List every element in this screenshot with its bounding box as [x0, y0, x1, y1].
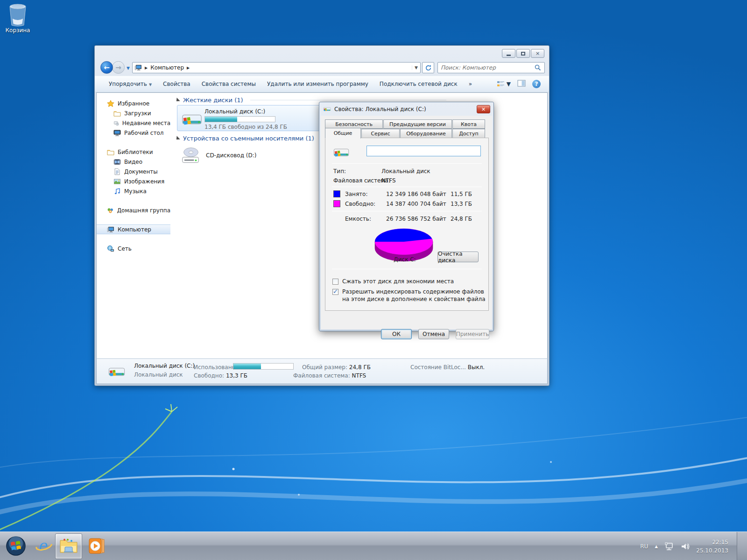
windows-explorer-button[interactable] — [57, 535, 80, 557]
tab-previous-versions[interactable]: Предыдущие версии — [383, 119, 452, 129]
maximize-button[interactable] — [516, 49, 530, 58]
index-row[interactable]: Разрешить индексировать содержимое файло… — [332, 288, 488, 303]
sidebar-item-network[interactable]: Сеть — [97, 244, 170, 253]
dialog-body: Безопасность Предыдущие версии Квота Общ… — [321, 116, 492, 329]
sidebar-label: Библиотеки — [118, 149, 153, 155]
disk-cleanup-button[interactable]: Очистка диска — [437, 252, 479, 262]
change-view-button[interactable]: ▼ — [497, 80, 511, 88]
refresh-icon — [425, 64, 432, 71]
sidebar-item-libraries[interactable]: Библиотеки — [97, 147, 170, 157]
minimize-button[interactable] — [502, 49, 515, 58]
collapse-triangle-icon[interactable] — [175, 136, 180, 141]
search-icon[interactable] — [534, 64, 542, 71]
sidebar-item-favorites[interactable]: Избранное — [97, 98, 170, 108]
tab-sharing[interactable]: Доступ — [452, 129, 485, 138]
history-dropdown-icon[interactable]: ▼ — [127, 66, 130, 70]
forward-button[interactable]: → — [112, 61, 125, 74]
search-box[interactable] — [437, 62, 545, 73]
media-player-button[interactable] — [86, 535, 108, 557]
organize-menu[interactable]: Упорядочить▼ — [103, 78, 157, 90]
music-note-icon — [113, 188, 121, 195]
uninstall-program-command[interactable]: Удалить или изменить программу — [261, 78, 374, 90]
ok-button[interactable]: ОК — [381, 329, 412, 339]
details-usage-fill — [233, 364, 261, 369]
cd-drive-item[interactable]: CD-дисковод (D:) — [177, 143, 298, 168]
clock[interactable]: 22:15 25.10.2013 — [696, 538, 728, 555]
refresh-button[interactable] — [422, 62, 434, 73]
tab-hardware[interactable]: Оборудование — [400, 129, 452, 138]
sidebar-item-downloads[interactable]: Загрузки — [97, 108, 170, 118]
sidebar-item-homegroup[interactable]: Домашняя группа — [97, 205, 170, 215]
video-icon — [113, 158, 121, 166]
breadcrumb-arrow-icon: ▶ — [145, 66, 148, 70]
used-size: 11,5 ГБ — [451, 191, 472, 197]
compress-checkbox[interactable] — [332, 279, 338, 285]
volume-tray-icon[interactable] — [680, 542, 690, 551]
sidebar-item-documents[interactable]: Документы — [97, 167, 170, 176]
properties-command[interactable]: Свойства — [157, 78, 196, 90]
recycle-bin[interactable]: Корзина — [4, 3, 32, 34]
show-hidden-icons-button[interactable]: ▲ — [655, 544, 658, 549]
sidebar-item-music[interactable]: Музыка — [97, 186, 170, 196]
breadcrumb-computer[interactable]: Компьютер — [150, 64, 184, 71]
free-legend-swatch — [333, 200, 340, 207]
tab-tools[interactable]: Сервис — [361, 129, 400, 138]
explorer-titlebar[interactable]: × — [95, 46, 549, 60]
address-dropdown-icon[interactable]: ▼ — [412, 65, 420, 70]
free-bytes: 14 387 400 704 байт — [386, 201, 446, 207]
language-indicator[interactable]: RU — [640, 543, 648, 550]
sidebar-item-computer[interactable]: Компьютер — [97, 224, 170, 234]
volume-label-input[interactable] — [366, 146, 481, 156]
star-icon — [107, 100, 114, 107]
sidebar-item-video[interactable]: Видео — [97, 157, 170, 167]
dialog-titlebar[interactable]: Свойства: Локальный диск (C:) — [323, 105, 426, 112]
sidebar-item-recent-places[interactable]: Недавние места — [97, 118, 170, 128]
compress-row[interactable]: Сжать этот диск для экономии места — [332, 278, 488, 286]
navigation-pane: Избранное Загрузки Недавние места Рабочи… — [97, 93, 170, 358]
drive-name: Локальный диск (C:) — [204, 108, 265, 115]
details-free: Свободно: 13,3 ГБ — [194, 372, 247, 379]
apply-button[interactable]: Применить — [456, 329, 489, 339]
tab-general[interactable]: Общие — [325, 128, 361, 139]
breadcrumb-arrow-icon[interactable]: ▶ — [187, 66, 190, 70]
used-legend-swatch — [333, 190, 340, 197]
drive-c-item[interactable]: Локальный диск (C:) 13,4 ГБ свободно из … — [177, 105, 333, 131]
close-button[interactable]: × — [531, 49, 544, 58]
sidebar-item-desktop[interactable]: Рабочий стол — [97, 128, 170, 138]
sidebar-label: Музыка — [124, 188, 147, 195]
start-button[interactable] — [5, 535, 27, 557]
windows-start-orb-icon — [6, 536, 26, 556]
address-bar[interactable]: ▶ Компьютер ▶ ▼ — [132, 62, 421, 73]
homegroup-icon — [107, 207, 114, 214]
drive-usage-fill — [205, 117, 237, 122]
capacity-label: Емкость: — [345, 216, 371, 222]
collapse-triangle-icon[interactable] — [175, 98, 180, 103]
back-button[interactable]: ← — [100, 61, 113, 74]
taskbar: e RU ▲ — [0, 532, 747, 560]
sidebar-item-pictures[interactable]: Изображения — [97, 176, 170, 186]
help-button[interactable]: ? — [532, 80, 541, 88]
network-icon — [107, 245, 114, 252]
details-name: Локальный диск (C:) — [134, 363, 195, 369]
preview-pane-button[interactable] — [517, 80, 526, 88]
preview-pane-icon — [517, 80, 526, 87]
tab-quota[interactable]: Квота — [452, 119, 485, 129]
network-tray-icon[interactable] — [664, 542, 674, 551]
more-commands-chevron[interactable]: » — [463, 78, 478, 90]
cancel-button[interactable]: Отмена — [418, 329, 449, 339]
map-network-drive-command[interactable]: Подключить сетевой диск — [374, 78, 463, 90]
free-label: Свободно: — [345, 201, 375, 207]
type-label: Тип: — [333, 168, 346, 175]
system-properties-command[interactable]: Свойства системы — [196, 78, 261, 90]
pictures-icon — [113, 178, 121, 185]
command-toolbar: Упорядочить▼ Свойства Свойства системы У… — [95, 76, 549, 92]
free-size: 13,3 ГБ — [451, 201, 472, 207]
dialog-close-button[interactable]: ✕ — [477, 105, 490, 113]
internet-explorer-button[interactable]: e — [33, 535, 55, 557]
search-input[interactable] — [438, 64, 534, 71]
index-checkbox[interactable] — [332, 289, 338, 295]
show-desktop-button[interactable] — [737, 532, 747, 560]
recycle-bin-icon — [7, 3, 28, 27]
clock-date: 25.10.2013 — [696, 546, 728, 555]
tab-security[interactable]: Безопасность — [325, 119, 383, 129]
